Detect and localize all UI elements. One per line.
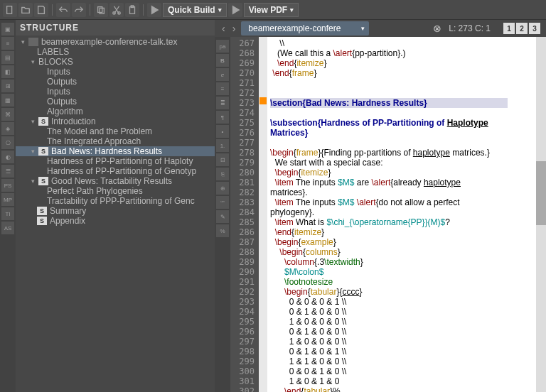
tool-icon-9[interactable]: ⎔	[1, 136, 14, 149]
ed-tool-emph[interactable]: e	[216, 68, 229, 81]
pane-2-button[interactable]: 2	[516, 23, 528, 34]
section-icon: S	[37, 207, 47, 215]
tree-item[interactable]: Algorithm	[16, 107, 215, 116]
tree-section-selected[interactable]: ▾SBad News: Hardness Results	[16, 146, 215, 156]
pane-1-button[interactable]: 1	[503, 23, 515, 34]
tool-icon-1[interactable]: ▣	[1, 23, 14, 36]
cut-icon[interactable]	[109, 3, 124, 17]
tree-section[interactable]: ▾SIntroduction	[16, 116, 215, 126]
nav-back-icon[interactable]: ‹	[220, 23, 227, 34]
tree-sub[interactable]: The Integrated Approach	[16, 136, 215, 146]
tree-section[interactable]: ▾SGood News: Tractability Results	[16, 176, 215, 186]
tool-icon-4[interactable]: ◧	[1, 65, 14, 78]
ed-tool-list[interactable]: •	[216, 125, 229, 138]
tool-icon-7[interactable]: ⌘	[1, 108, 14, 121]
ed-tool-center[interactable]: ≣	[216, 97, 229, 109]
pane-3-button[interactable]: 3	[529, 23, 540, 34]
tool-icon-2[interactable]: ≡	[1, 37, 14, 50]
ed-tool-note[interactable]: ✎	[216, 210, 229, 223]
new-file-icon[interactable]	[3, 3, 17, 17]
editor-panel: ‹ › beamerexample-confere ⊗ L: 273 C: 1 …	[215, 20, 546, 392]
document-icon	[28, 38, 38, 46]
ed-tool-cite[interactable]: “”	[216, 196, 229, 209]
code-editor[interactable]: \\ (We call this a \alert{pp-partition}.…	[267, 37, 536, 392]
tree-item[interactable]: Inputs	[16, 87, 215, 97]
vertical-scrollbar[interactable]	[536, 37, 546, 392]
tree-item[interactable]: Outputs	[16, 97, 215, 107]
bookmark-icon[interactable]	[259, 97, 267, 104]
build-dropdown[interactable]: Quick Build ▾	[163, 3, 227, 17]
structure-panel: STRUCTURE ▾beamerexample-conference-talk…	[16, 20, 215, 392]
tool-icon-11[interactable]: ☰	[1, 165, 14, 178]
tool-icon-as[interactable]: AS	[1, 222, 14, 234]
section-icon: S	[37, 217, 47, 225]
close-icon[interactable]: ⊗	[433, 23, 441, 34]
tree-section[interactable]: SAppendix	[16, 216, 215, 226]
tree-blocks[interactable]: ▾BLOCKS	[16, 57, 215, 67]
file-dropdown[interactable]: beamerexample-confere	[241, 21, 369, 36]
ed-tool-comment[interactable]: %	[216, 224, 229, 237]
nav-fwd-icon[interactable]: ›	[231, 23, 237, 34]
ed-tool-para[interactable]: ¶	[216, 111, 229, 124]
tool-icon-3[interactable]: ▤	[1, 51, 14, 64]
tool-icon-6[interactable]: ▦	[1, 94, 14, 107]
redo-icon[interactable]	[72, 3, 86, 17]
editor-topbar: ‹ › beamerexample-confere ⊗ L: 273 C: 1 …	[215, 20, 546, 37]
tree-sub[interactable]: Tractability of PPP-Partitioning of Genc	[16, 196, 215, 206]
cursor-position: L: 273 C: 1	[449, 23, 491, 33]
play-icon[interactable]	[147, 3, 161, 17]
paste-icon[interactable]	[125, 3, 139, 17]
tree-sub[interactable]: Perfect Path Phylogenies	[16, 186, 215, 196]
bookmark-strip	[259, 37, 267, 392]
main-toolbar: Quick Build ▾ View PDF ▾	[0, 0, 546, 20]
section-icon: S	[38, 147, 48, 156]
view-dropdown[interactable]: View PDF ▾	[244, 3, 299, 17]
tool-icon-mp[interactable]: MP	[1, 193, 14, 206]
ed-tool-part[interactable]: pa	[216, 40, 229, 53]
tree-sub[interactable]: Hardness of PP-Partitioning of Genotyp	[16, 166, 215, 176]
left-toolbar: ▣ ≡ ▤ ◧ ⊞ ▦ ⌘ ◈ ⎔ ◐ ☰ PS MP TI AS	[0, 20, 16, 392]
tree-sub[interactable]: The Model and the Problem	[16, 126, 215, 136]
ed-tool-link[interactable]: ⎘	[216, 168, 229, 180]
ed-tool-bold[interactable]: B	[216, 54, 229, 67]
tree-item[interactable]: Inputs	[16, 67, 215, 77]
section-icon: S	[38, 117, 48, 126]
copy-icon[interactable]	[94, 3, 108, 17]
svg-rect-0	[7, 6, 12, 13]
view-play-icon[interactable]	[228, 3, 242, 17]
save-icon[interactable]	[34, 3, 48, 17]
open-file-icon[interactable]	[18, 3, 33, 17]
line-gutter: 267 268 269 270 271 272 273 274 275 276 …	[230, 37, 259, 392]
tree-file[interactable]: ▾beamerexample-conference-talk.tex	[16, 37, 215, 47]
ed-tool-ref[interactable]: ⊕	[216, 182, 229, 195]
ed-tool-enum[interactable]: 1.	[216, 139, 229, 152]
ed-tool-left[interactable]: ≡	[216, 82, 229, 95]
tree-section[interactable]: SSummary	[16, 206, 215, 216]
tool-icon-5[interactable]: ⊞	[1, 80, 14, 92]
ed-tool-desc[interactable]: ⊟	[216, 153, 229, 166]
section-icon: S	[38, 177, 48, 185]
tree-sub[interactable]: Hardness of PP-Partitioning of Haploty	[16, 156, 215, 166]
tool-icon-8[interactable]: ◈	[1, 122, 14, 135]
structure-header: STRUCTURE	[16, 20, 215, 36]
tool-icon-ti[interactable]: TI	[1, 207, 14, 220]
editor-side-toolbar: pa B e ≡ ≣ ¶ • 1. ⊟ ⎘ ⊕ “” ✎ %	[215, 37, 230, 392]
tree-labels[interactable]: LABELS	[16, 47, 215, 57]
tool-icon-ps[interactable]: PS	[1, 179, 14, 192]
tree-item[interactable]: Outputs	[16, 77, 215, 87]
tool-icon-10[interactable]: ◐	[1, 151, 14, 163]
structure-tree: ▾beamerexample-conference-talk.tex LABEL…	[16, 36, 215, 392]
undo-icon[interactable]	[56, 3, 70, 17]
